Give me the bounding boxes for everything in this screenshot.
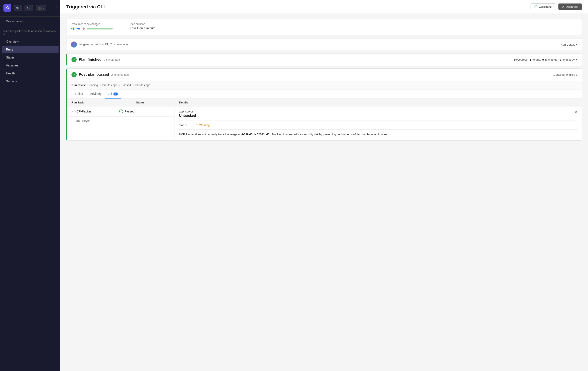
- page-title: Triggered via CLI: [66, 4, 105, 10]
- resources-to-change: Resources to be changed +1 ~0 -0: [71, 23, 113, 31]
- sidebar-item-label: States: [6, 56, 15, 59]
- table-header: Run Task Status Details: [67, 99, 582, 106]
- chevron-up-icon: ▴: [576, 73, 578, 76]
- current-button[interactable]: 🕐 CURRENT: [531, 3, 556, 10]
- search-icon: 🔍: [16, 7, 20, 10]
- workspaces-link[interactable]: ‹ Workspaces: [0, 17, 60, 26]
- sidebar-item-label: Health: [6, 72, 15, 75]
- warning-triangle-icon: ⚠: [195, 123, 198, 127]
- post-plan-title: ✓ Post-plan passed 2 minutes ago: [72, 72, 129, 77]
- add-count: +1: [71, 27, 74, 30]
- check-icon: ✓: [72, 72, 77, 77]
- discarded-button[interactable]: ✕ Discarded: [558, 3, 582, 10]
- workspace-name: learn-hcp-packer-run-tasks-resource-vali…: [0, 26, 60, 37]
- passed-label: Passed: [122, 83, 131, 87]
- advisory-tab-label: Advisory: [90, 92, 102, 95]
- plan-finished-time: a minute ago: [104, 58, 120, 61]
- to-destroy: 0: [560, 58, 561, 61]
- chevron-right-icon: ›: [53, 72, 54, 75]
- image-id: ami-039af3bfc52681cd5: [238, 133, 269, 136]
- running-time: 2 minutes ago: [100, 83, 117, 87]
- chevron-left-icon[interactable]: ‹: [169, 119, 170, 122]
- col-task-header: Run Task: [72, 101, 136, 104]
- status-label: status: [179, 124, 192, 127]
- tab-advisory[interactable]: Advisory: [86, 90, 105, 99]
- tab-failed[interactable]: Failed: [72, 90, 86, 99]
- run-tasks-label: Run tasks:: [72, 83, 86, 87]
- sidebar-item-runs[interactable]: Runs: [2, 46, 59, 53]
- chevron-down-icon: ▾: [576, 43, 578, 46]
- sidebar-item-health[interactable]: Health ›: [2, 70, 59, 77]
- failed-tab-label: Failed: [75, 92, 83, 95]
- details-info: app_server Untracked: [179, 110, 196, 118]
- all-count-badge: 1: [114, 93, 118, 95]
- resources-meta: Resources:: [514, 58, 528, 61]
- progress-bar: [87, 28, 113, 30]
- plan-finished-label: Plan finished: [79, 57, 102, 62]
- sidebar-item-settings[interactable]: Settings ›: [2, 77, 59, 85]
- col-status-header: Status: [136, 101, 179, 104]
- help-icon: ?: [27, 7, 28, 10]
- row-left: ▾ HCP-Packer ✓ Passed app_server ‹: [67, 106, 175, 140]
- sidebar-header: 🔍 ? ▾ ⬛ ▾ «: [0, 0, 60, 17]
- discarded-label: Discarded: [566, 5, 578, 8]
- row-sub: app_server ‹: [67, 117, 175, 125]
- resources-label: Resources to be changed: [71, 23, 113, 26]
- env-chevron-icon: ▾: [42, 7, 44, 10]
- post-plan-section: ✓ Post-plan passed 2 minutes ago 1 passe…: [66, 68, 582, 141]
- plan-section-header: ✓ Plan finished a minute ago Resources: …: [67, 53, 582, 66]
- run-details-link[interactable]: Run Details ▾: [561, 43, 578, 46]
- tabs-bar: Failed Advisory All 1: [67, 90, 582, 99]
- tab-all[interactable]: All 1: [105, 90, 121, 99]
- failed-count: 0 failed: [566, 73, 575, 76]
- from-text: from CLI 2 minutes ago: [99, 42, 128, 46]
- duration-value: Less than a minute: [130, 26, 155, 30]
- details-close-button[interactable]: ✕: [574, 110, 578, 115]
- task-status-label: Passed: [124, 110, 135, 113]
- plan-section-title: ✓ Plan finished a minute ago: [72, 57, 120, 62]
- to-change-label: to change,: [545, 58, 558, 61]
- col-details-header: Details: [179, 101, 578, 104]
- message-suffix: . Tracking images reduces security risk …: [270, 133, 388, 136]
- row-main: ▾ HCP-Packer ✓ Passed: [67, 106, 175, 117]
- sidebar-item-overview[interactable]: Overview: [2, 38, 59, 45]
- logo-icon[interactable]: [3, 4, 11, 12]
- run-table: Run Task Status Details ▾ HCP-Packer ✓ P…: [67, 99, 582, 140]
- duration-label: Plan duration: [130, 23, 155, 26]
- sidebar-item-states[interactable]: States: [2, 53, 59, 61]
- page-header: Triggered via CLI 🕐 CURRENT ✕ Discarded: [60, 0, 588, 14]
- run-info-bar: triggered a run from CLI 2 minutes ago R…: [66, 38, 582, 51]
- details-status-row: status ⚠ Warning: [179, 123, 578, 127]
- workspaces-label: Workspaces: [6, 20, 23, 23]
- to-change: 0: [542, 58, 544, 61]
- back-icon: ‹: [3, 20, 5, 23]
- task-status: ✓ Passed: [119, 110, 135, 113]
- content-area: Resources to be changed +1 ~0 -0 Plan du…: [60, 14, 588, 371]
- details-divider-2: [179, 129, 578, 130]
- chevron-down-icon[interactable]: ▾: [72, 110, 73, 113]
- separator: ›: [119, 83, 120, 87]
- change-count: ~0: [76, 27, 80, 30]
- chevron-right-icon: ›: [53, 80, 54, 83]
- plan-section-meta: Resources: 1 to add, 0 to change, 0 to d…: [514, 58, 578, 61]
- help-button[interactable]: ? ▾: [24, 5, 33, 11]
- to-destroy-label: to destroy: [562, 58, 575, 61]
- passed-time: 2 minutes ago: [133, 83, 150, 87]
- clock-icon: 🕐: [534, 5, 538, 8]
- post-plan-label: Post-plan passed: [79, 72, 109, 77]
- sidebar-item-variables[interactable]: Variables: [2, 62, 59, 69]
- chevron-down-icon: ▾: [576, 58, 578, 61]
- warning-label: Warning: [199, 124, 210, 127]
- to-add: 1: [530, 58, 531, 61]
- details-top: app_server Untracked ✕: [179, 110, 578, 118]
- details-panel: app_server Untracked ✕ status ⚠ Warning: [175, 106, 582, 140]
- post-plan-time: 2 minutes ago: [111, 73, 129, 76]
- resource-counts: +1 ~0 -0: [71, 27, 113, 30]
- details-value: Untracked: [179, 114, 196, 118]
- current-label: CURRENT: [539, 5, 553, 8]
- search-button[interactable]: 🔍: [14, 5, 22, 11]
- env-button[interactable]: ⬛ ▾: [36, 5, 46, 11]
- sidebar-item-label: Settings: [6, 80, 17, 83]
- sidebar-collapse-button[interactable]: «: [55, 6, 57, 10]
- sidebar-item-label: Overview: [6, 40, 19, 43]
